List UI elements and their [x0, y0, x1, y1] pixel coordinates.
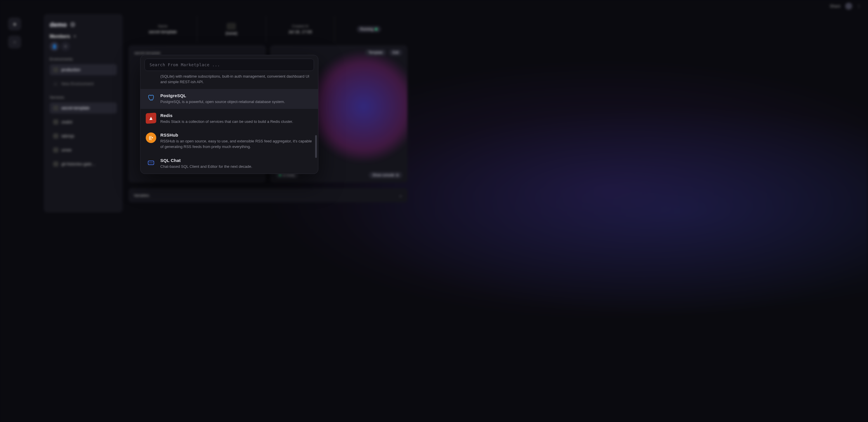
service-item[interactable]: secret-template [50, 102, 117, 113]
marketplace-result-item[interactable]: PostgreSQLPostgreSQL is a powerful, open… [141, 89, 318, 109]
rail-home-icon[interactable]: ◆ [8, 18, 21, 30]
share-button[interactable]: Share [830, 4, 841, 8]
left-panel: demo ⚙ Members ＋ 👤 ＋ Environments produc… [44, 14, 123, 213]
running-status-pill: Running [357, 26, 381, 32]
member-avatar[interactable]: 👤 [50, 42, 59, 51]
header-created-label: Created At [292, 24, 308, 28]
environments-section-label: Environments [50, 57, 117, 61]
topbar: Share ⋮ [0, 0, 868, 12]
status-dot-icon [375, 28, 377, 30]
result-title: Redis [160, 113, 293, 118]
result-title: RSSHub [160, 132, 313, 137]
show-console-button[interactable]: Show console ⧉ [369, 172, 402, 178]
edit-button[interactable]: Edit [389, 49, 402, 56]
service-header: Name secret-template (none) Created At J… [128, 16, 403, 42]
nav-rail: ◆ ☆ [6, 18, 23, 54]
variables-label: Variables [134, 193, 149, 198]
result-title: PostgreSQL [160, 93, 285, 98]
marketplace-result-item[interactable]: ((•RSSHubRSSHub is an open source, easy … [141, 128, 318, 154]
service-item[interactable]: git-histories-gate… [50, 159, 117, 169]
settings-icon[interactable]: ⋮ [857, 4, 861, 8]
project-title: demo ⚙ [50, 21, 117, 29]
result-description: Redis Stack is a collection of services … [160, 119, 293, 125]
svg-point-2 [152, 163, 152, 163]
service-item[interactable]: tabrisjs [50, 130, 117, 141]
avatar-menu[interactable] [845, 3, 852, 10]
header-name-value: secret-template [149, 30, 177, 34]
service-item[interactable]: zealot [50, 117, 117, 128]
marketplace-popover: ◡(SQLite) with realtime subscriptions, b… [140, 55, 318, 174]
project-menu-icon[interactable]: ⚙ [70, 21, 75, 29]
result-title: SQL Chat [160, 158, 252, 163]
marketplace-result-item[interactable]: ◡(SQLite) with realtime subscriptions, b… [141, 74, 318, 89]
marketplace-search-input[interactable] [145, 59, 314, 71]
header-source-value: (none) [225, 31, 237, 36]
card-glow-graphic [308, 51, 407, 162]
marketplace-results-list: ◡(SQLite) with realtime subscriptions, b… [141, 74, 318, 174]
members-add-icon[interactable]: ＋ [72, 33, 77, 39]
marketplace-result-item[interactable]: SQL ChatChat-based SQL Client and Editor… [141, 154, 318, 174]
source-icon [227, 23, 236, 30]
card-left-title: secret-template [134, 51, 161, 55]
svg-point-1 [150, 163, 150, 163]
rail-search-icon[interactable]: ☆ [8, 36, 21, 48]
variables-strip[interactable]: Variables ⌄ [128, 188, 407, 202]
services-section-label: Services [50, 95, 117, 99]
svg-rect-0 [148, 161, 154, 165]
result-description: Chat-based SQL Client and Editor for the… [160, 164, 252, 169]
terminal-icon: ⧉ [396, 173, 399, 177]
header-name-label: Name [158, 24, 167, 28]
template-chip: Template [365, 49, 386, 56]
marketplace-result-item[interactable]: ▲RedisRedis Stack is a collection of ser… [141, 109, 318, 129]
redis-icon: ▲ [146, 112, 156, 124]
result-description: (SQLite) with realtime subscriptions, bu… [160, 74, 313, 85]
result-description: RSSHub is an open source, easy to use, a… [160, 139, 313, 150]
postgres-icon [146, 93, 156, 104]
rsshub-icon: ((• [146, 132, 156, 143]
sqlchat-icon [146, 158, 156, 168]
scrollbar-thumb[interactable] [315, 135, 317, 158]
result-description: PostgreSQL is a powerful, open source ob… [160, 99, 285, 105]
env-add-button[interactable]: ＋ New Environment [50, 78, 117, 89]
chevron-down-icon: ⌄ [399, 193, 402, 198]
background-app: Share ⋮ ◆ ☆ demo ⚙ Members ＋ 👤 ＋ Environ… [0, 0, 868, 422]
env-item-production[interactable]: production [50, 64, 117, 75]
header-created-value: Jul 18, 17:03 [288, 30, 312, 34]
members-header: Members ＋ [50, 33, 117, 39]
member-add-button[interactable]: ＋ [61, 42, 70, 51]
service-item[interactable]: umee [50, 144, 117, 156]
